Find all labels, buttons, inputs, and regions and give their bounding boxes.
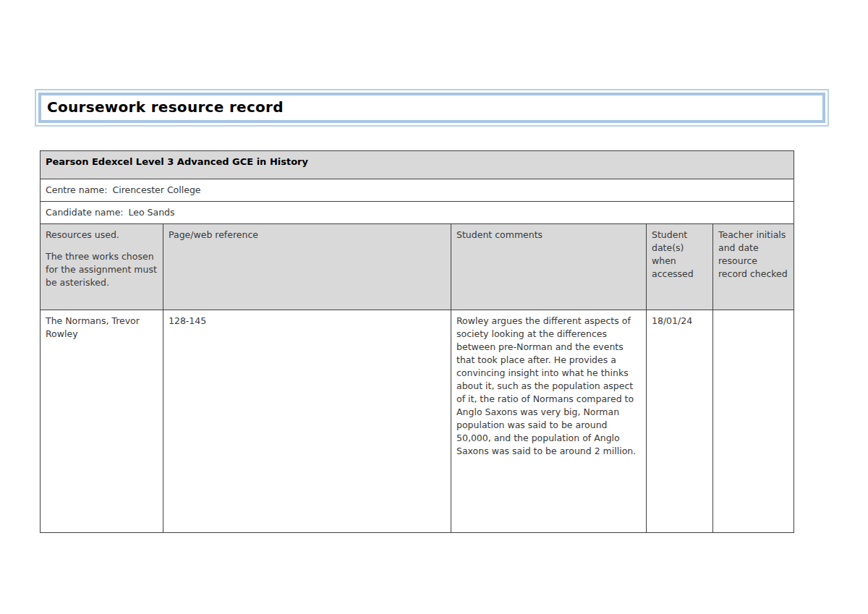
column-header-row: Resources used. The three works chosen f… bbox=[41, 224, 794, 310]
resource-cell: The Normans, Trevor Rowley bbox=[41, 310, 163, 533]
candidate-name-row: Candidate name:Leo Sands bbox=[41, 202, 794, 224]
title-banner: Coursework resource record bbox=[35, 89, 829, 127]
teacher-initials-cell bbox=[713, 310, 794, 533]
page-ref-cell: 128-145 bbox=[163, 310, 451, 533]
student-comment-cell: Rowley argues the different aspects of s… bbox=[451, 310, 647, 533]
column-header-resources: Resources used. The three works chosen f… bbox=[41, 224, 163, 310]
column-header-resources-title: Resources used. bbox=[46, 229, 158, 242]
column-header-comments: Student comments bbox=[451, 224, 647, 310]
table-row: The Normans, Trevor Rowley 128-145 Rowle… bbox=[41, 310, 794, 533]
column-header-resources-note: The three works chosen for the assignmen… bbox=[46, 250, 158, 289]
page-title: Coursework resource record bbox=[47, 98, 817, 116]
title-banner-inner: Coursework resource record bbox=[38, 93, 825, 123]
centre-name-value: Cirencester College bbox=[112, 184, 200, 195]
column-header-teacher: Teacher initials and date resource recor… bbox=[713, 224, 794, 310]
qualification-title: Pearson Edexcel Level 3 Advanced GCE in … bbox=[41, 151, 794, 179]
centre-name-row: Centre name:Cirencester College bbox=[41, 179, 794, 202]
candidate-name-cell: Candidate name:Leo Sands bbox=[41, 202, 794, 224]
centre-name-label: Centre name: bbox=[46, 184, 107, 195]
coursework-resource-table: Pearson Edexcel Level 3 Advanced GCE in … bbox=[40, 150, 794, 533]
centre-name-cell: Centre name:Cirencester College bbox=[41, 179, 794, 202]
column-header-date-accessed: Student date(s) when accessed bbox=[647, 224, 713, 310]
qualification-row: Pearson Edexcel Level 3 Advanced GCE in … bbox=[41, 151, 794, 179]
date-accessed-cell: 18/01/24 bbox=[647, 310, 713, 533]
candidate-name-value: Leo Sands bbox=[129, 207, 175, 218]
candidate-name-label: Candidate name: bbox=[46, 207, 124, 218]
column-header-page-ref: Page/web reference bbox=[163, 224, 451, 310]
